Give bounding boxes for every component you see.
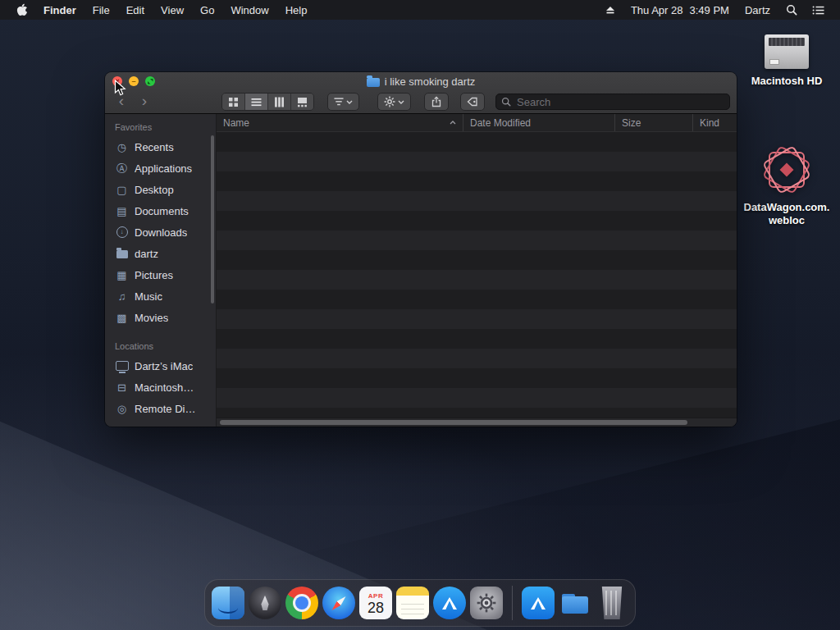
search-field[interactable]	[495, 94, 730, 110]
list-view-button[interactable]	[245, 94, 268, 110]
sidebar-item-documents[interactable]: ▤ Documents	[105, 200, 216, 221]
file-list-rows[interactable]	[217, 132, 737, 418]
chevron-down-icon	[346, 100, 353, 104]
dock-app-store-icon[interactable]	[433, 587, 466, 619]
view-mode-segment	[221, 93, 314, 111]
dock-notes-icon[interactable]	[396, 587, 429, 619]
menu-window[interactable]: Window	[222, 0, 276, 20]
desktop-icon-label: Macintosh HD	[737, 75, 837, 88]
share-icon	[431, 96, 442, 107]
horizontal-scrollbar[interactable]	[217, 418, 737, 427]
group-button[interactable]	[327, 93, 359, 111]
back-button[interactable]: ‹	[112, 93, 131, 112]
spotlight-menu-extra[interactable]	[778, 4, 805, 16]
column-header-kind[interactable]: Kind	[692, 114, 737, 131]
menu-user[interactable]: Dartz	[737, 0, 778, 20]
calendar-month: APR	[368, 592, 383, 600]
apple-menu[interactable]	[8, 3, 35, 16]
sidebar-item-dartz[interactable]: dartz	[105, 243, 216, 264]
window-content: Favorites ◷ Recents Ⓐ Applications ▢ Des…	[105, 114, 737, 427]
dock-trash-icon[interactable]	[599, 587, 625, 619]
sidebar-scrollbar[interactable]	[211, 135, 214, 304]
sidebar-item-pictures[interactable]: ▦ Pictures	[105, 264, 216, 285]
imac-icon	[115, 361, 129, 371]
gallery-view-icon	[297, 97, 308, 107]
column-header-date-modified[interactable]: Date Modified	[463, 114, 614, 131]
icon-view-icon	[228, 97, 239, 107]
sidebar-item-remote-disc[interactable]: ◎ Remote Di…	[105, 398, 216, 419]
menu-go[interactable]: Go	[192, 0, 222, 20]
sidebar-item-imac[interactable]: Dartz’s iMac	[105, 355, 216, 377]
music-icon: ♫	[115, 291, 129, 302]
menu-edit[interactable]: Edit	[118, 0, 153, 20]
finder-window: × – i like smoking dartz ‹ ›	[105, 72, 737, 427]
desktop-icon: ▢	[115, 185, 129, 195]
hard-drive-icon	[765, 34, 809, 69]
desktop-icon-label-line1: DataWagon.com.	[737, 201, 837, 214]
action-button[interactable]	[377, 93, 411, 111]
icon-view-button[interactable]	[222, 94, 245, 110]
pictures-icon: ▦	[115, 270, 129, 281]
sidebar-item-music[interactable]: ♫ Music	[105, 285, 216, 307]
dock-system-preferences-icon[interactable]	[470, 587, 503, 619]
menu-clock[interactable]: Thu Apr 28 3:49 PM	[623, 4, 737, 16]
folder-icon	[115, 249, 129, 258]
menu-help[interactable]: Help	[277, 0, 316, 20]
window-title-text: i like smoking dartz	[385, 75, 476, 88]
sidebar-item-network[interactable]: ⊕ Network	[105, 419, 216, 427]
calendar-day: 28	[368, 600, 384, 615]
notification-list-icon	[812, 5, 824, 16]
hard-drive-icon: ⊟	[115, 382, 129, 393]
gear-icon	[384, 96, 395, 107]
chevron-down-icon	[398, 100, 404, 104]
column-header-name[interactable]: Name	[217, 114, 463, 131]
apple-logo-icon	[16, 3, 28, 16]
sidebar-item-recents[interactable]: ◷ Recents	[105, 136, 216, 158]
sidebar-item-applications[interactable]: Ⓐ Applications	[105, 158, 216, 179]
minimize-button[interactable]: –	[129, 76, 139, 86]
title-bar[interactable]: × – i like smoking dartz	[105, 72, 737, 90]
documents-icon: ▤	[115, 206, 129, 217]
close-button[interactable]: ×	[112, 76, 122, 86]
column-view-icon	[274, 97, 285, 107]
sidebar-item-movies[interactable]: ▩ Movies	[105, 307, 216, 328]
sidebar-item-macintosh-hd[interactable]: ⊟ Macintosh…	[105, 377, 216, 398]
dock-app-store-alt-icon[interactable]	[522, 587, 555, 619]
search-icon	[501, 97, 511, 107]
forward-button[interactable]: ›	[135, 93, 154, 112]
remote-disc-icon: ◎	[115, 404, 129, 414]
share-button[interactable]	[424, 93, 449, 111]
dock-finder-icon[interactable]	[212, 587, 244, 619]
downloads-icon: ↓	[115, 226, 129, 238]
notification-center-menu-extra[interactable]	[805, 5, 832, 16]
sidebar-item-downloads[interactable]: ↓ Downloads	[105, 221, 216, 243]
sidebar-item-desktop[interactable]: ▢ Desktop	[105, 179, 216, 200]
sidebar-section-locations: Locations	[105, 340, 216, 353]
dock-downloads-folder-icon[interactable]	[559, 587, 591, 619]
eject-menu-extra[interactable]	[597, 4, 623, 16]
dock-calendar-icon[interactable]: APR 28	[359, 587, 392, 619]
gallery-view-button[interactable]	[291, 94, 313, 110]
window-chrome: × – i like smoking dartz ‹ ›	[105, 72, 737, 114]
dock-chrome-icon[interactable]	[285, 587, 318, 619]
sort-ascending-icon	[450, 121, 456, 125]
tag-button[interactable]	[460, 93, 485, 111]
menu-file[interactable]: File	[84, 0, 118, 20]
applications-icon: Ⓐ	[115, 163, 129, 174]
tag-icon	[467, 96, 478, 107]
column-header-size[interactable]: Size	[614, 114, 692, 131]
eject-icon	[605, 4, 616, 16]
search-input[interactable]	[515, 95, 724, 109]
zoom-button[interactable]	[145, 76, 155, 86]
horizontal-scrollbar-thumb[interactable]	[220, 420, 687, 425]
menu-view[interactable]: View	[153, 0, 192, 20]
file-list: Name Date Modified Size Kind	[217, 114, 737, 427]
dock-launchpad-icon[interactable]	[249, 587, 281, 619]
menu-app-name[interactable]: Finder	[35, 0, 84, 20]
dock-safari-icon[interactable]	[322, 587, 355, 619]
close-icon: ×	[115, 78, 119, 85]
desktop-icon-datawagon-webloc[interactable]: DataWagon.com. webloc	[737, 144, 837, 228]
menu-bar: Finder File Edit View Go Window Help Thu…	[0, 0, 840, 20]
column-view-button[interactable]	[268, 94, 291, 110]
desktop-icon-macintosh-hd[interactable]: Macintosh HD	[737, 34, 837, 88]
